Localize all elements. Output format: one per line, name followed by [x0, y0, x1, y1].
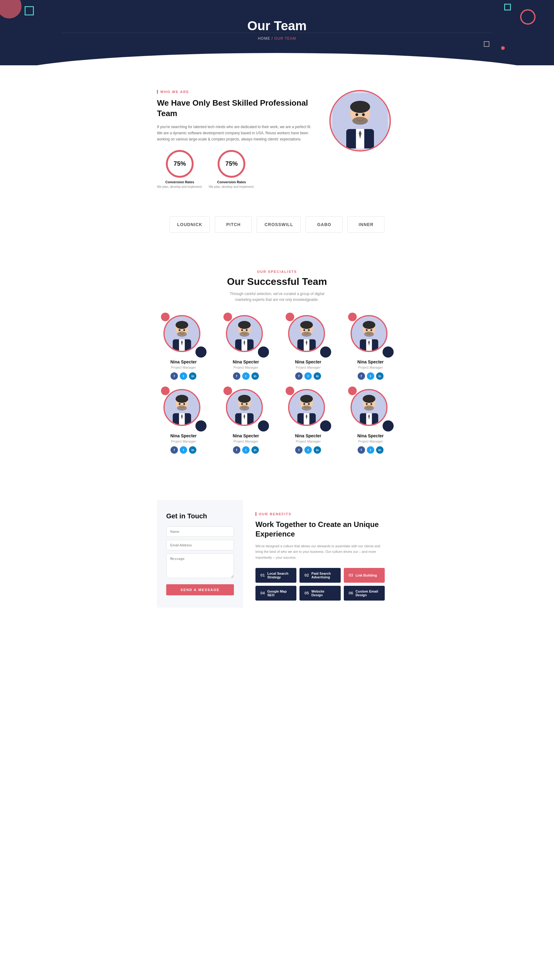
- social-icons: f t in: [220, 446, 273, 454]
- team-card: Nina Specter Project Manager f t in: [344, 389, 397, 454]
- social-icons: f t in: [282, 446, 335, 454]
- logo-text: LOUDNICK: [177, 222, 202, 227]
- deco-square-tr: [504, 4, 511, 11]
- logo-item: GABO: [306, 216, 342, 233]
- twitter-icon[interactable]: t: [367, 446, 374, 454]
- team-avatar: [288, 315, 325, 352]
- benefit-label: Local Search Strategy: [267, 571, 291, 579]
- team-avatar-wrap: [350, 315, 390, 355]
- svg-point-69: [304, 403, 305, 405]
- facebook-icon[interactable]: f: [358, 446, 365, 454]
- logo-text: PITCH: [226, 222, 241, 227]
- svg-point-8: [352, 117, 368, 124]
- team-section: OUR SPECIALISTS Our Successful Team Thro…: [0, 251, 554, 481]
- svg-point-7: [362, 113, 365, 116]
- breadcrumb-current: OUR TEAM: [274, 36, 296, 41]
- svg-point-20: [238, 321, 250, 329]
- benefit-item[interactable]: 05Website Design: [299, 586, 341, 600]
- team-member-name: Nina Specter: [282, 359, 335, 364]
- twitter-icon[interactable]: t: [180, 372, 187, 380]
- svg-point-71: [302, 405, 312, 411]
- email-input[interactable]: [166, 540, 234, 551]
- svg-point-74: [363, 395, 375, 403]
- benefit-item[interactable]: 06Custom Email Design: [344, 586, 385, 600]
- stat-1-desc: We plan, develop and implement.: [157, 185, 202, 188]
- benefit-num: 05: [304, 591, 309, 595]
- benefit-num: 02: [304, 573, 309, 578]
- stat-2-label: Conversion Rates: [209, 180, 254, 184]
- benefit-item[interactable]: 01Local Search Strategy: [255, 568, 296, 583]
- team-avatar-wrap: [164, 315, 204, 355]
- facebook-icon[interactable]: f: [295, 446, 302, 454]
- breadcrumb-home[interactable]: HOME: [258, 36, 270, 41]
- team-member-name: Nina Specter: [220, 359, 273, 364]
- facebook-icon[interactable]: f: [233, 372, 240, 380]
- logo-text: INNER: [358, 222, 374, 227]
- linkedin-icon[interactable]: in: [314, 372, 321, 380]
- social-icons: f t in: [157, 372, 210, 380]
- benefit-item[interactable]: 03Link Building: [344, 568, 385, 583]
- avatar-deco-bot: [382, 346, 394, 358]
- team-desc: Through careful selection, we've curated…: [221, 291, 333, 303]
- who-we-are-section: WHO WE ARE We Have Only Best Skilled Pro…: [0, 65, 554, 207]
- linkedin-icon[interactable]: in: [252, 372, 259, 380]
- svg-point-33: [304, 329, 305, 331]
- contact-panel: Get in Touch SEND A MESSAGE: [157, 500, 243, 608]
- benefit-num: 06: [349, 591, 353, 595]
- svg-point-38: [363, 321, 375, 329]
- twitter-icon[interactable]: t: [242, 446, 250, 454]
- svg-point-25: [245, 329, 247, 331]
- facebook-icon[interactable]: f: [170, 372, 178, 380]
- team-member-role: Project Manager: [220, 366, 273, 369]
- twitter-icon[interactable]: t: [180, 446, 187, 454]
- linkedin-icon[interactable]: in: [189, 372, 196, 380]
- svg-point-61: [245, 403, 247, 405]
- svg-point-26: [239, 332, 249, 337]
- send-button[interactable]: SEND A MESSAGE: [166, 584, 234, 595]
- team-avatar: [226, 389, 263, 426]
- stat-2: 75% Conversion Rates We plan, develop an…: [209, 150, 254, 188]
- linkedin-icon[interactable]: in: [314, 446, 321, 454]
- team-member-role: Project Manager: [157, 439, 210, 443]
- twitter-icon[interactable]: t: [304, 446, 312, 454]
- message-input[interactable]: [166, 554, 234, 578]
- benefits-desc: We've designed a culture that allows our…: [255, 543, 385, 560]
- deco-circle-tr: [520, 9, 535, 25]
- facebook-icon[interactable]: f: [295, 372, 302, 380]
- team-avatar-wrap: [226, 389, 266, 429]
- team-avatar: [164, 315, 201, 352]
- facebook-icon[interactable]: f: [233, 446, 240, 454]
- svg-point-79: [370, 403, 372, 405]
- benefit-item[interactable]: 04Google Map SEO: [255, 586, 296, 600]
- twitter-icon[interactable]: t: [242, 372, 250, 380]
- name-input[interactable]: [166, 526, 234, 537]
- benefits-tag: OUR BENEFITS: [255, 512, 385, 516]
- who-left: WHO WE ARE We Have Only Best Skilled Pro…: [157, 90, 317, 188]
- benefit-label: Link Building: [355, 573, 377, 577]
- stat-1: 75% Conversion Rates We plan, develop an…: [157, 150, 202, 188]
- svg-point-47: [176, 395, 188, 403]
- logos-row-wrap: LOUDNICKPITCHCROSSWILLGABOINNER: [157, 207, 397, 251]
- team-tag: OUR SPECIALISTS: [157, 270, 397, 273]
- svg-point-51: [179, 403, 181, 405]
- avatar-deco-top: [348, 386, 357, 395]
- svg-point-11: [176, 321, 188, 329]
- linkedin-icon[interactable]: in: [376, 372, 384, 380]
- stat-1-label: Conversion Rates: [157, 180, 202, 184]
- benefit-label: Custom Email Design: [355, 589, 380, 597]
- twitter-icon[interactable]: t: [304, 372, 312, 380]
- linkedin-icon[interactable]: in: [376, 446, 384, 454]
- linkedin-icon[interactable]: in: [189, 446, 196, 454]
- avatar-deco-bot: [320, 346, 331, 358]
- deco-circle-tl: [0, 0, 22, 19]
- social-icons: f t in: [344, 446, 397, 454]
- svg-point-42: [366, 329, 368, 331]
- stats-row: 75% Conversion Rates We plan, develop an…: [157, 150, 317, 188]
- benefit-item[interactable]: 02Paid Search Advertising: [299, 568, 341, 583]
- twitter-icon[interactable]: t: [367, 372, 374, 380]
- facebook-icon[interactable]: f: [358, 372, 365, 380]
- facebook-icon[interactable]: f: [170, 446, 178, 454]
- svg-point-53: [177, 405, 187, 411]
- linkedin-icon[interactable]: in: [252, 446, 259, 454]
- avatar-deco-top: [286, 313, 294, 321]
